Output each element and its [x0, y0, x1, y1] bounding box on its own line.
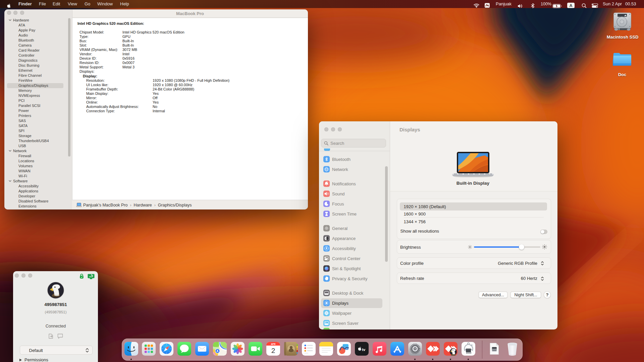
- svg-text:A: A: [570, 3, 573, 8]
- svg-text:tv: tv: [362, 348, 366, 352]
- svg-text:APR: APR: [271, 343, 275, 345]
- svg-text:2: 2: [271, 347, 275, 354]
